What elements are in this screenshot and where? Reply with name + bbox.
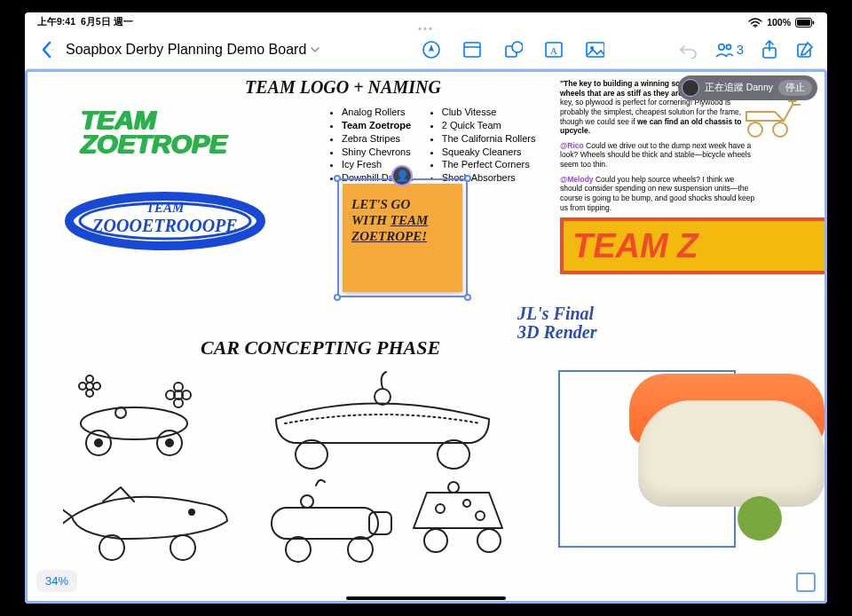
list-item: Shock Absorbers xyxy=(442,171,536,185)
selection-handle[interactable] xyxy=(464,294,471,301)
shape-tool-icon[interactable] xyxy=(503,40,523,59)
list-item: The Perfect Corners xyxy=(442,158,536,171)
app-toolbar: Soapbox Derby Planning Demo Board A xyxy=(25,30,827,69)
board-title-dropdown[interactable]: Soapbox Derby Planning Demo Board xyxy=(66,42,320,58)
logo-blue-bottom: ZOOOETROOOPE xyxy=(91,216,237,235)
list-item: Shiny Chevrons xyxy=(342,146,414,159)
svg-point-25 xyxy=(166,439,173,446)
pen-tool-icon[interactable] xyxy=(422,40,441,59)
collab-count: 3 xyxy=(737,42,744,57)
svg-point-14 xyxy=(726,44,730,49)
ipad-frame: 上午9:41 6月5日 週一 ••• 100% Soapbox Derby Pl… xyxy=(0,0,852,616)
sticky-note-tool-icon[interactable] xyxy=(462,40,482,59)
heading-concepting: CAR CONCEPTING PHASE xyxy=(201,336,440,359)
mention[interactable]: @Melody xyxy=(560,175,594,184)
svg-point-19 xyxy=(748,122,762,137)
battery-percent: 100% xyxy=(767,17,791,28)
svg-point-31 xyxy=(86,390,93,397)
status-time: 上午9:41 xyxy=(37,16,75,28)
mention[interactable]: @Rico xyxy=(560,141,584,150)
logo-blue[interactable]: TEAM ZOOOETROOOPE xyxy=(63,187,267,251)
svg-point-0 xyxy=(754,26,756,28)
heading-render: JL's Final3D Render xyxy=(517,304,596,342)
tracking-avatar xyxy=(682,79,699,97)
render-wheel xyxy=(738,496,782,541)
home-indicator[interactable] xyxy=(346,596,506,600)
svg-point-30 xyxy=(86,375,93,383)
selection-handle[interactable] xyxy=(334,294,341,301)
heading-logo-naming: TEAM LOGO + NAMING xyxy=(245,77,441,98)
logo-blue-top: TEAM xyxy=(146,201,185,215)
logo-orange-text: TEAM Z xyxy=(572,227,698,265)
sticky-line1: LET'S GO xyxy=(351,197,410,211)
svg-point-21 xyxy=(81,407,187,439)
render-3d-preview[interactable] xyxy=(549,347,824,569)
svg-point-8 xyxy=(512,42,523,52)
render-rice xyxy=(638,400,824,507)
svg-text:A: A xyxy=(550,45,557,56)
svg-point-47 xyxy=(301,495,313,508)
svg-point-48 xyxy=(436,504,445,513)
svg-rect-11 xyxy=(587,43,604,57)
collaborator-cursor-avatar: 👤 xyxy=(391,165,413,186)
list-item: Squeaky Cleaners xyxy=(442,146,536,159)
text-tool-icon[interactable]: A xyxy=(544,40,564,59)
svg-point-42 xyxy=(170,535,195,560)
freeform-canvas[interactable]: TEAM LOGO + NAMING TEAM ZOETROPE TEAM ZO… xyxy=(25,69,827,604)
multitask-dots-icon[interactable]: ••• xyxy=(418,23,434,34)
list-item: The California Rollers xyxy=(442,132,536,146)
logo-green[interactable]: TEAM ZOETROPE xyxy=(81,107,227,155)
svg-point-51 xyxy=(424,529,447,552)
svg-rect-5 xyxy=(464,43,480,57)
svg-point-38 xyxy=(438,440,469,469)
status-bar: 上午9:41 6月5日 週一 ••• 100% xyxy=(25,12,827,30)
list-item: Club Vitesse xyxy=(442,106,536,119)
tracking-label: 正在追蹤 Danny xyxy=(705,82,773,94)
media-tool-icon[interactable] xyxy=(585,40,604,59)
screen: 上午9:41 6月5日 週一 ••• 100% Soapbox Derby Pl… xyxy=(25,12,827,604)
svg-point-39 xyxy=(375,389,390,405)
sticky-underline: TEAM xyxy=(390,213,429,227)
list-item: Analog Rollers xyxy=(342,106,414,119)
cart-sketch-small[interactable] xyxy=(739,94,807,142)
tracking-stop-button[interactable]: 停止 xyxy=(778,80,812,96)
minimap-button[interactable] xyxy=(796,573,816,592)
selection-handle[interactable] xyxy=(464,175,471,182)
share-button[interactable] xyxy=(760,40,779,59)
car-sketches[interactable] xyxy=(63,370,525,574)
sticky-line2: WITH xyxy=(351,213,390,227)
svg-rect-44 xyxy=(369,512,391,534)
svg-point-37 xyxy=(296,440,327,469)
back-button[interactable] xyxy=(37,40,57,59)
svg-point-41 xyxy=(99,535,124,560)
collaborators-button[interactable]: 3 xyxy=(714,41,744,59)
svg-rect-3 xyxy=(813,20,815,24)
status-date: 6月5日 週一 xyxy=(81,16,133,28)
svg-point-50 xyxy=(476,511,485,520)
svg-point-24 xyxy=(95,439,102,446)
svg-point-49 xyxy=(463,500,470,507)
sticky-note[interactable]: LET'S GO WITH TEAM ZOETROPE! xyxy=(343,184,462,292)
wifi-icon xyxy=(748,18,762,28)
svg-point-13 xyxy=(718,43,723,49)
board-title-label: Soapbox Derby Planning Demo Board xyxy=(66,42,306,58)
chevron-down-icon xyxy=(310,44,320,55)
logo-green-line1: TEAM xyxy=(81,107,227,131)
people-icon xyxy=(714,41,734,59)
svg-point-40 xyxy=(189,509,194,515)
tracking-pill[interactable]: 正在追蹤 Danny 停止 xyxy=(678,75,817,100)
logo-orange[interactable]: TEAM Z xyxy=(560,217,827,274)
selection-handle[interactable] xyxy=(334,175,341,182)
svg-point-20 xyxy=(773,122,787,137)
svg-point-53 xyxy=(448,482,459,493)
svg-point-28 xyxy=(79,383,86,390)
name-col-2: Club Vitesse 2 Quick Team The California… xyxy=(430,106,536,185)
compose-button[interactable] xyxy=(795,40,815,59)
svg-rect-2 xyxy=(797,20,810,26)
list-item: 2 Quick Team xyxy=(442,119,536,132)
sticky-line3: ZOETROPE! xyxy=(351,229,427,243)
undo-button[interactable] xyxy=(679,40,698,59)
svg-point-29 xyxy=(93,383,100,390)
zoom-level-button[interactable]: 34% xyxy=(36,570,77,592)
svg-rect-43 xyxy=(272,508,378,539)
